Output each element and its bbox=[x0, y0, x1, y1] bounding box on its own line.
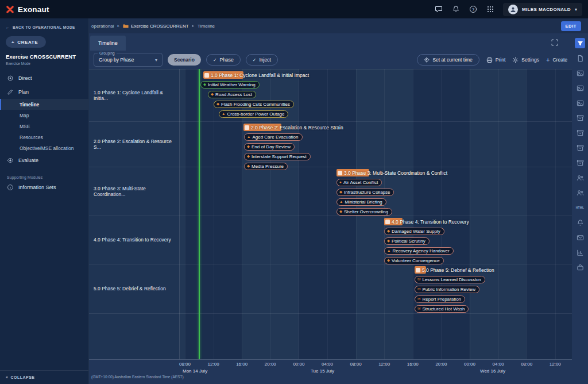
phase-bar[interactable]: 5.0 Phase 5: Debrief & Reflection bbox=[415, 266, 426, 274]
phase-bar[interactable]: 2.0 Phase 2: Escalation & Resource Strai… bbox=[243, 124, 281, 131]
axis-day-label: Tue 15 July bbox=[311, 368, 334, 374]
set-at-current-time-label: Set at current time bbox=[432, 57, 472, 63]
grid-line bbox=[555, 69, 556, 359]
archive-icon-1[interactable] bbox=[575, 113, 585, 123]
inject-pill[interactable]: ◆Initial Weather Warning bbox=[200, 81, 260, 89]
back-arrow-icon: ← bbox=[6, 25, 10, 29]
sidebar-item-direct[interactable]: Direct bbox=[0, 71, 88, 85]
breadcrumb-exercise[interactable]: Exercise CROSSCURRENT bbox=[123, 24, 188, 29]
phase-calendar-icon bbox=[338, 171, 342, 175]
sidebar-create-button[interactable]: + CREATE bbox=[6, 36, 46, 48]
inject-pill[interactable]: ✉Report Preparation bbox=[415, 295, 465, 303]
inject-diamond-icon: ◆ bbox=[216, 102, 219, 106]
phase-bar[interactable]: 1.0 Phase 1: Cyclone Landfall & Initial … bbox=[203, 71, 243, 79]
inject-pill[interactable]: ◆Infrastructure Collapse bbox=[336, 189, 394, 196]
inject-pill[interactable]: ▲Recovery Agency Handover bbox=[384, 247, 454, 255]
main-content: Timeline Grouping Group by Phase ▾ Scena… bbox=[89, 33, 572, 384]
set-at-current-time-button[interactable]: Set at current time bbox=[417, 54, 479, 66]
breadcrumb-operational[interactable]: operational bbox=[91, 24, 114, 29]
grid-line bbox=[214, 69, 214, 359]
chevron-down-icon: ▾ bbox=[575, 7, 577, 12]
direct-icon bbox=[7, 75, 14, 82]
archive-icon-3[interactable] bbox=[575, 143, 585, 153]
users-icon-1[interactable] bbox=[575, 172, 585, 183]
create-button[interactable]: + Create bbox=[546, 57, 567, 63]
help-icon[interactable]: ? bbox=[469, 5, 478, 14]
inject-pill[interactable]: ▲Ministerial Briefing bbox=[336, 198, 386, 206]
phase-bar[interactable]: 3.0 Phase 3: Multi-State Coordination & … bbox=[336, 169, 369, 176]
inject-pill[interactable]: ✉Structured Hot Wash bbox=[415, 305, 469, 313]
card-icon-3[interactable] bbox=[575, 98, 585, 108]
inject-mail-icon: ✉ bbox=[417, 287, 420, 291]
briefcase-icon[interactable] bbox=[575, 262, 585, 272]
phase-bar[interactable]: 4.0 Phase 4: Transition to Recovery bbox=[384, 218, 403, 225]
check-icon: ✓ bbox=[213, 57, 217, 63]
card-icon-1[interactable] bbox=[575, 68, 585, 78]
inject-pill[interactable]: ◆Interstate Support Request bbox=[244, 153, 311, 160]
row-separator bbox=[89, 313, 572, 314]
axis-tick-label: 08:00 bbox=[521, 362, 532, 367]
sidebar-item-map[interactable]: Map bbox=[0, 110, 88, 121]
phase-filter-chip[interactable]: ✓ Phase bbox=[206, 54, 241, 66]
sidebar-item-objective-mse-allocation[interactable]: Objective/MSE allocation bbox=[0, 143, 88, 153]
document-icon[interactable] bbox=[575, 53, 585, 63]
inject-pill[interactable]: ◆End of Day Review bbox=[244, 143, 295, 151]
left-sidebar: ← BACK TO OPERATIONAL MODE + CREATE Exer… bbox=[0, 18, 89, 384]
html-icon[interactable]: HTML bbox=[575, 202, 585, 213]
chart-icon[interactable] bbox=[575, 247, 585, 258]
phase-calendar-icon bbox=[385, 220, 390, 224]
phase-calendar-icon bbox=[204, 73, 209, 78]
archive-icon-2[interactable] bbox=[575, 128, 585, 138]
chat-icon[interactable] bbox=[434, 5, 443, 14]
inject-label: Cross-border Power Outage bbox=[227, 112, 284, 117]
users-icon-2[interactable] bbox=[575, 187, 585, 198]
user-menu[interactable]: MILES MACDONALD ▾ bbox=[503, 3, 582, 16]
crosshair-icon bbox=[424, 57, 430, 63]
edit-button[interactable]: EDIT bbox=[561, 21, 581, 31]
fullscreen-icon[interactable] bbox=[551, 38, 558, 48]
apps-grid-icon[interactable] bbox=[486, 5, 495, 14]
create-label: Create bbox=[552, 57, 567, 63]
axis-tick-label: 12:00 bbox=[550, 362, 561, 367]
print-button[interactable]: Print bbox=[486, 57, 505, 63]
grouping-select[interactable]: Grouping Group by Phase ▾ bbox=[94, 53, 163, 67]
collapse-sidebar-button[interactable]: « COLLAPSE bbox=[0, 370, 88, 384]
inject-pill[interactable]: ▲Aged Care Evacuation bbox=[244, 133, 303, 141]
back-to-operational-link[interactable]: ← BACK TO OPERATIONAL MODE bbox=[0, 18, 88, 32]
inject-pill[interactable]: ●Air Asset Conflict bbox=[336, 179, 382, 186]
phase-calendar-icon bbox=[245, 125, 249, 130]
inject-pill[interactable]: ◆Shelter Overcrowding bbox=[336, 208, 392, 216]
inject-pill[interactable]: ◆Political Scrutiny bbox=[384, 237, 430, 245]
bell-icon[interactable] bbox=[575, 217, 585, 228]
sidebar-item-evaluate[interactable]: Evaluate bbox=[0, 153, 88, 167]
sidebar-item-timeline[interactable]: Timeline bbox=[0, 99, 88, 110]
card-icon-2[interactable] bbox=[575, 83, 585, 93]
inject-pill[interactable]: ▲Cross-border Power Outage bbox=[219, 110, 288, 118]
archive-icon-4[interactable] bbox=[575, 158, 585, 168]
inject-pill[interactable]: ◆Road Access Lost bbox=[208, 91, 256, 98]
inject-label: Infrastructure Collapse bbox=[344, 190, 390, 195]
inject-pill[interactable]: ◆Flash Flooding Cuts Communities bbox=[214, 101, 294, 108]
inject-pill[interactable]: ✉Lessons Learned Discussion bbox=[415, 276, 485, 283]
filter-icon[interactable] bbox=[575, 38, 585, 48]
grid-line bbox=[441, 69, 442, 359]
settings-button[interactable]: Settings bbox=[512, 57, 539, 63]
scenario-chip[interactable]: Scenario bbox=[168, 54, 201, 66]
inject-warning-icon: ▲ bbox=[247, 135, 250, 139]
breadcrumb-exercise-label: Exercise CROSSCURRENT bbox=[131, 24, 188, 29]
tab-timeline[interactable]: Timeline bbox=[90, 36, 126, 51]
inject-diamond-icon: ◆ bbox=[387, 259, 390, 263]
sidebar-item-plan[interactable]: Plan bbox=[0, 85, 88, 99]
sidebar-item-information-sets[interactable]: Information Sets bbox=[0, 181, 88, 194]
sidebar-item-mse[interactable]: MSE bbox=[0, 121, 88, 132]
inject-pill[interactable]: ◆Damaged Water Supply bbox=[384, 228, 444, 235]
inject-diamond-icon: ◆ bbox=[339, 190, 342, 194]
notifications-bell-icon[interactable] bbox=[451, 5, 461, 14]
right-toolbar-rail: HTML bbox=[572, 33, 588, 384]
sidebar-item-resources[interactable]: Resources bbox=[0, 132, 88, 143]
inject-pill[interactable]: ✉Public Information Review bbox=[415, 286, 479, 293]
inject-filter-chip[interactable]: ✓ Inject bbox=[246, 54, 278, 66]
mail-icon[interactable] bbox=[575, 232, 585, 243]
grid-line bbox=[498, 69, 499, 359]
breadcrumb-timeline[interactable]: Timeline bbox=[198, 24, 215, 29]
